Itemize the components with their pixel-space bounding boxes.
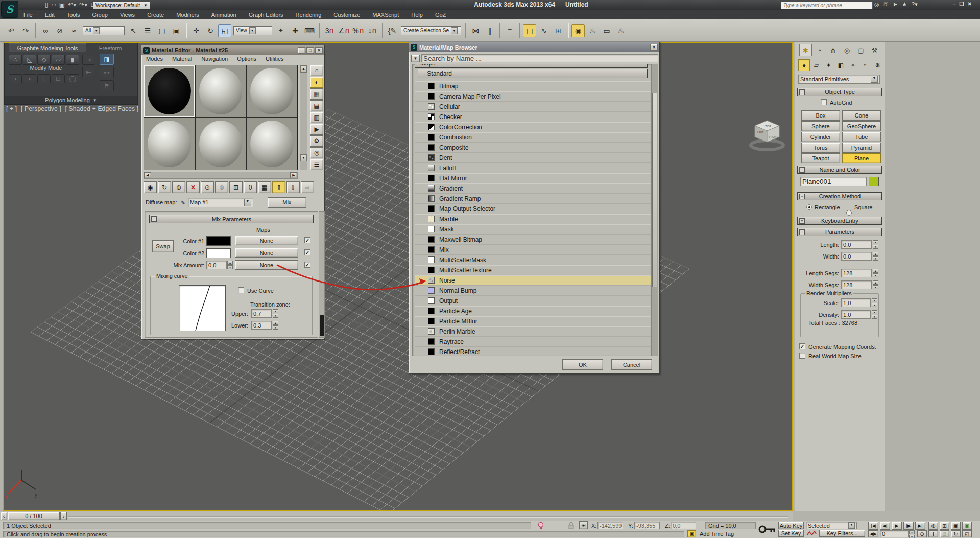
- mix-amount-field[interactable]: 0,0: [206, 261, 227, 269]
- browser-item[interactable]: Perlin Marble: [415, 326, 651, 337]
- scrollbar-thumb[interactable]: [320, 315, 324, 336]
- select-and-link-button[interactable]: ∞: [39, 24, 52, 37]
- angle-snap-toggle-button[interactable]: ∠U: [337, 24, 350, 37]
- pivot-tool-button[interactable]: ⊡: [52, 74, 65, 83]
- color2-map-none-button[interactable]: None: [235, 248, 298, 258]
- border-mode-button[interactable]: ◇: [37, 55, 51, 65]
- next-frame-button[interactable]: |▶: [903, 522, 914, 530]
- get-material-button[interactable]: ◉: [144, 181, 157, 193]
- unlink-selection-button[interactable]: ⊘: [53, 24, 66, 37]
- named-selection-set-dropdown[interactable]: Create Selection Se▼: [401, 26, 461, 35]
- menu-views[interactable]: Views: [114, 10, 141, 19]
- make-material-copy-button[interactable]: ⊙: [201, 181, 214, 193]
- parameters-rollout[interactable]: - Parameters: [797, 228, 882, 236]
- undo-dropdown-icon[interactable]: ↶▾: [68, 1, 76, 9]
- color1-swatch[interactable]: [206, 236, 231, 246]
- ok-button[interactable]: OK: [562, 359, 603, 370]
- render-setup-button[interactable]: ♨: [586, 24, 599, 37]
- width-spinner[interactable]: ▲▼: [873, 252, 878, 261]
- window-crossing-toggle-button[interactable]: ▣: [170, 24, 183, 37]
- new-file-icon[interactable]: ▯: [45, 1, 49, 9]
- time-slider-button[interactable]: 0 / 100: [8, 512, 60, 520]
- browser-item[interactable]: Mix: [415, 245, 651, 255]
- sample-slot[interactable]: [196, 65, 246, 117]
- browser-item[interactable]: MultiScatterTexture: [415, 265, 651, 275]
- menu-group[interactable]: Group: [86, 10, 114, 19]
- time-configuration-button[interactable]: ⊙: [917, 530, 927, 537]
- object-button-teapot[interactable]: Teapot: [801, 153, 840, 163]
- viewport-pov-menu[interactable]: [ Perspective ]: [21, 105, 61, 112]
- use-pivot-point-center-button[interactable]: ⌖: [274, 24, 288, 37]
- redo-dropdown-icon[interactable]: ↷▾: [79, 1, 87, 9]
- element-mode-button[interactable]: ▮: [66, 55, 79, 65]
- go-forward-to-sibling-button[interactable]: ⇨: [301, 181, 314, 193]
- mix-amount-map-checkbox[interactable]: ✓: [304, 262, 310, 268]
- browser-item[interactable]: Combustion: [415, 132, 651, 143]
- material-editor-options-button[interactable]: ⚙: [310, 135, 323, 147]
- pan-view-button[interactable]: ✛: [928, 530, 938, 537]
- matedit-menu-modes[interactable]: Modes: [141, 56, 168, 62]
- adaptive-degradation-bulb-icon[interactable]: [537, 522, 544, 529]
- color1-map-checkbox[interactable]: ✓: [304, 237, 310, 243]
- scrollbar-thumb[interactable]: [652, 93, 657, 287]
- edit-named-selection-sets-button[interactable]: {✎: [386, 24, 399, 37]
- vertex-mode-button[interactable]: ∴: [9, 55, 22, 65]
- upper-spinner[interactable]: ▲▼: [273, 309, 278, 318]
- preview-subobject-button[interactable]: ◗: [23, 74, 36, 83]
- menu-create[interactable]: Create: [141, 10, 170, 19]
- keyboard-shortcut-override-button[interactable]: ⌨: [303, 24, 316, 37]
- browser-item[interactable]: Map Output Selector: [415, 204, 651, 214]
- ribbon-tab-graphite-modeling-tools[interactable]: Graphite Modeling Tools: [9, 43, 86, 52]
- keyboard-entry-rollout[interactable]: + KeyboardEntry: [797, 217, 882, 225]
- browser-item[interactable]: Falloff: [415, 163, 651, 173]
- autogrid-checkbox[interactable]: [821, 99, 827, 105]
- sample-uv-tiling-button[interactable]: ▤: [310, 100, 323, 111]
- modify-mode-label[interactable]: Modify Mode: [13, 65, 79, 71]
- matedit-menu-navigation[interactable]: Navigation: [197, 56, 232, 62]
- infocenter-search-input[interactable]: [781, 2, 873, 9]
- maps-group-header[interactable]: Maps: [415, 64, 648, 68]
- browser-item[interactable]: Mask: [415, 224, 651, 235]
- object-type-rollout[interactable]: - Object Type: [797, 88, 882, 96]
- make-unique-button[interactable]: ⊚: [215, 181, 228, 193]
- render-production-button[interactable]: ♨: [614, 24, 628, 37]
- frame-back-button[interactable]: ‹: [1, 512, 7, 520]
- polygon-modeling-bar[interactable]: Polygon Modeling ▼: [5, 96, 137, 104]
- standard-group-header[interactable]: - Standard: [418, 69, 648, 78]
- width-segs-field[interactable]: 128: [841, 280, 872, 289]
- object-button-box[interactable]: Box: [801, 110, 840, 121]
- browser-titlebar[interactable]: S Material/Map Browser ✕: [409, 42, 659, 52]
- density-spinner[interactable]: ▲▼: [872, 310, 877, 319]
- mix-amount-map-none-button[interactable]: None: [235, 260, 298, 270]
- menu-animation[interactable]: Animation: [205, 10, 243, 19]
- browser-item[interactable]: Gradient: [415, 183, 651, 194]
- browser-item[interactable]: Checker: [415, 112, 651, 122]
- menu-goz[interactable]: GoZ: [429, 10, 452, 19]
- material-editor-button[interactable]: ◉: [571, 24, 585, 37]
- square-radio[interactable]: [846, 210, 852, 216]
- minimize-button[interactable]: –: [953, 1, 956, 8]
- sample-slot[interactable]: [196, 118, 246, 170]
- object-name-field[interactable]: [800, 177, 867, 186]
- panel-tab-create[interactable]: ✱: [799, 44, 812, 56]
- subcategory-geometry[interactable]: ●: [798, 59, 810, 71]
- play-animation-button[interactable]: ▶: [892, 522, 902, 530]
- scroll-down-icon[interactable]: ▼: [300, 154, 307, 161]
- snaps-toggle-3d-button[interactable]: 3U: [323, 24, 336, 37]
- browser-item[interactable]: Dent: [415, 153, 651, 163]
- viewcube[interactable]: TOP FRONT LEFT: [747, 118, 787, 153]
- category-dropdown[interactable]: Standard Primitives ▼: [798, 75, 880, 84]
- menu-graph-editors[interactable]: Graph Editors: [243, 10, 290, 19]
- subscription-key-icon[interactable]: ⚿: [884, 1, 888, 9]
- scroll-right-icon[interactable]: ▶: [290, 172, 297, 178]
- browser-item[interactable]: Flat Mirror: [415, 173, 651, 183]
- edge-mode-button[interactable]: ◺: [23, 55, 36, 65]
- width-field[interactable]: 0,0: [841, 252, 872, 261]
- swap-button[interactable]: Swap: [152, 240, 174, 252]
- browser-search-input[interactable]: [421, 54, 658, 62]
- key-filters-button[interactable]: Key Filters...: [819, 530, 865, 537]
- spinner-snap-toggle-button[interactable]: ↕U: [366, 24, 379, 37]
- scroll-up-icon[interactable]: ▲: [300, 65, 307, 73]
- object-button-pyramid[interactable]: Pyramid: [842, 143, 881, 153]
- menu-maxscript[interactable]: MAXScript: [366, 10, 405, 19]
